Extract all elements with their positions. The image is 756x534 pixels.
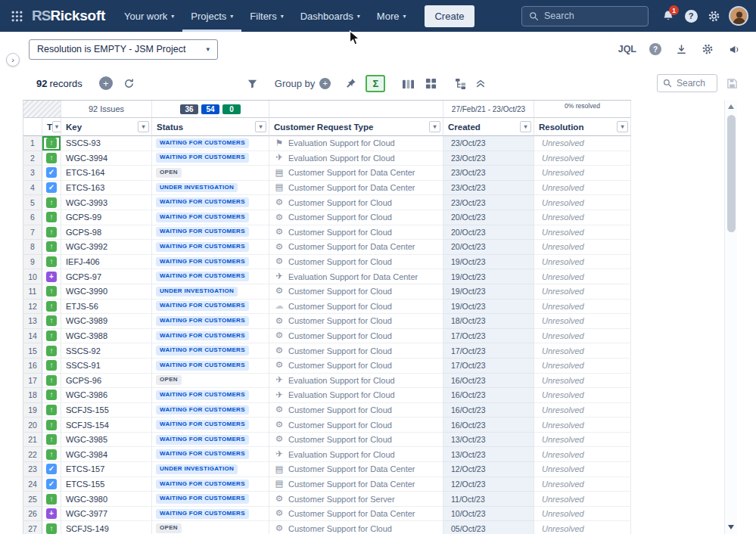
issue-key[interactable]: GCPS-99	[61, 210, 152, 225]
created-date[interactable]: 17/Oct/23	[443, 329, 534, 344]
type-cell[interactable]: ↑	[42, 284, 61, 300]
created-date[interactable]: 19/Oct/23	[443, 284, 534, 300]
issue-key[interactable]: ETCS-157	[61, 462, 152, 477]
row-number[interactable]: 10	[23, 269, 42, 284]
request-type-cell[interactable]: ▤ Customer Support for Data Center	[269, 462, 443, 477]
resolution-value[interactable]: Unresolved	[534, 255, 631, 270]
row-number[interactable]: 1	[23, 136, 42, 151]
created-date[interactable]: 13/Oct/23	[443, 433, 534, 448]
status-cell[interactable]: WAITING FOR CUSTOMERS	[152, 359, 269, 374]
status-cell[interactable]: WAITING FOR CUSTOMERS	[152, 255, 269, 270]
add-record-button[interactable]: +	[99, 76, 113, 90]
status-cell[interactable]: UNDER INVESTIGATION	[152, 181, 269, 196]
status-cell[interactable]: WAITING FOR CUSTOMERS	[152, 447, 269, 462]
type-cell[interactable]: ✓	[42, 462, 61, 477]
created-date[interactable]: 17/Oct/23	[443, 343, 534, 359]
row-number[interactable]: 16	[23, 359, 42, 374]
resolution-value[interactable]: Unresolved	[534, 388, 631, 403]
issue-key[interactable]: GCPS-98	[61, 225, 152, 241]
collapse-all-icon[interactable]	[475, 78, 486, 88]
nav-item-projects[interactable]: Projects▾	[182, 0, 241, 32]
announcements-icon[interactable]	[727, 42, 741, 56]
request-type-cell[interactable]: ⚙ Customer Support for Data Center	[269, 507, 443, 522]
type-cell[interactable]: ↑	[42, 136, 61, 151]
status-cell[interactable]: WAITING FOR CUSTOMERS	[152, 329, 269, 344]
resolution-value[interactable]: Unresolved	[534, 284, 631, 300]
request-type-cell[interactable]: ⚙ Customer Support for Cloud	[269, 329, 443, 344]
column-header-status[interactable]: Status▾	[152, 118, 269, 136]
resolution-value[interactable]: Unresolved	[534, 418, 631, 433]
resolution-value[interactable]: Unresolved	[534, 181, 631, 196]
status-cell[interactable]: WAITING FOR CUSTOMERS	[152, 314, 269, 329]
created-date[interactable]: 16/Oct/23	[443, 418, 534, 433]
resolution-value[interactable]: Unresolved	[534, 403, 631, 418]
resolution-value[interactable]: Unresolved	[534, 462, 631, 477]
column-header-request-type[interactable]: Customer Request Type▾	[269, 118, 443, 136]
type-cell[interactable]: ↑	[42, 492, 61, 507]
issue-key[interactable]: SSCS-92	[61, 343, 152, 359]
created-date[interactable]: 23/Oct/23	[443, 166, 534, 181]
status-cell[interactable]: WAITING FOR CUSTOMERS	[152, 195, 269, 210]
column-filter-dropdown[interactable]: ▾	[520, 121, 531, 132]
sidebar-expand-button[interactable]: ›	[6, 53, 20, 67]
request-type-cell[interactable]: ⚙ Customer Support for Cloud	[269, 403, 443, 418]
settings-button[interactable]	[703, 5, 724, 26]
status-cell[interactable]: WAITING FOR CUSTOMERS	[152, 300, 269, 315]
created-date[interactable]: 23/Oct/23	[443, 195, 534, 210]
status-cell[interactable]: WAITING FOR CUSTOMERS	[152, 492, 269, 507]
global-search-input[interactable]	[544, 11, 641, 21]
row-number[interactable]: 3	[23, 166, 42, 181]
issue-key[interactable]: IEFJ-406	[61, 255, 152, 270]
issue-key[interactable]: WGC-3993	[61, 195, 152, 210]
scrollbar-thumb[interactable]	[727, 115, 736, 232]
request-type-cell[interactable]: ⚙ Customer Support for Cloud	[269, 343, 443, 359]
type-cell[interactable]: ✓	[42, 166, 61, 181]
request-type-cell[interactable]: ⚙ Customer Support for Cloud	[269, 314, 443, 329]
issue-key[interactable]: WGC-3986	[61, 388, 152, 403]
status-cell[interactable]: WAITING FOR CUSTOMERS	[152, 388, 269, 403]
help-button[interactable]: ?	[680, 5, 702, 26]
resolution-value[interactable]: Unresolved	[534, 477, 631, 492]
row-number[interactable]: 17	[23, 374, 42, 389]
create-button[interactable]: Create	[425, 5, 474, 27]
type-cell[interactable]: ↑	[42, 329, 61, 344]
row-number[interactable]: 22	[23, 447, 42, 462]
type-cell[interactable]: ↑	[42, 240, 61, 255]
row-number[interactable]: 2	[23, 151, 42, 166]
notifications-button[interactable]: 1	[658, 5, 679, 26]
status-cell[interactable]: WAITING FOR CUSTOMERS	[152, 477, 269, 492]
type-cell[interactable]: ↑	[42, 343, 61, 359]
row-number[interactable]: 25	[23, 492, 42, 507]
resolution-value[interactable]: Unresolved	[534, 210, 631, 225]
status-cell[interactable]: OPEN	[152, 374, 269, 389]
issue-key[interactable]: WGC-3990	[61, 284, 152, 300]
jql-button[interactable]: JQL	[618, 44, 636, 54]
request-type-cell[interactable]: ▤ Customer Support for Data Center	[269, 181, 443, 196]
row-number[interactable]: 23	[23, 462, 42, 477]
status-cell[interactable]: WAITING FOR CUSTOMERS	[152, 151, 269, 166]
request-type-cell[interactable]: ⚙ Customer Support for Server	[269, 492, 443, 507]
row-number[interactable]: 9	[23, 255, 42, 270]
created-date[interactable]: 16/Oct/23	[443, 403, 534, 418]
resolution-value[interactable]: Unresolved	[534, 136, 631, 151]
created-date[interactable]: 16/Oct/23	[443, 374, 534, 389]
type-cell[interactable]: ✓	[42, 181, 61, 196]
created-date[interactable]: 16/Oct/23	[443, 388, 534, 403]
created-date[interactable]: 20/Oct/23	[443, 225, 534, 241]
column-filter-dropdown[interactable]: ▾	[52, 121, 61, 132]
issue-key[interactable]: WGC-3984	[61, 447, 152, 462]
resolution-value[interactable]: Unresolved	[534, 240, 631, 255]
group-by-button[interactable]: Group by +	[275, 78, 331, 89]
pin-icon[interactable]	[346, 78, 356, 88]
request-type-cell[interactable]: ⚙ Customer Support for Cloud	[269, 210, 443, 225]
type-cell[interactable]: ↑	[42, 195, 61, 210]
row-number[interactable]: 8	[23, 240, 42, 255]
status-cell[interactable]: OPEN	[152, 521, 269, 534]
type-cell[interactable]: ↑	[42, 255, 61, 270]
refresh-icon[interactable]	[123, 78, 135, 89]
issue-key[interactable]: SCFJS-155	[61, 403, 152, 418]
grid-search[interactable]	[657, 74, 717, 92]
row-number[interactable]: 21	[23, 433, 42, 448]
nav-item-more[interactable]: More▾	[369, 0, 415, 32]
request-type-cell[interactable]: ✈ Evaluation Support for Cloud	[269, 447, 443, 462]
